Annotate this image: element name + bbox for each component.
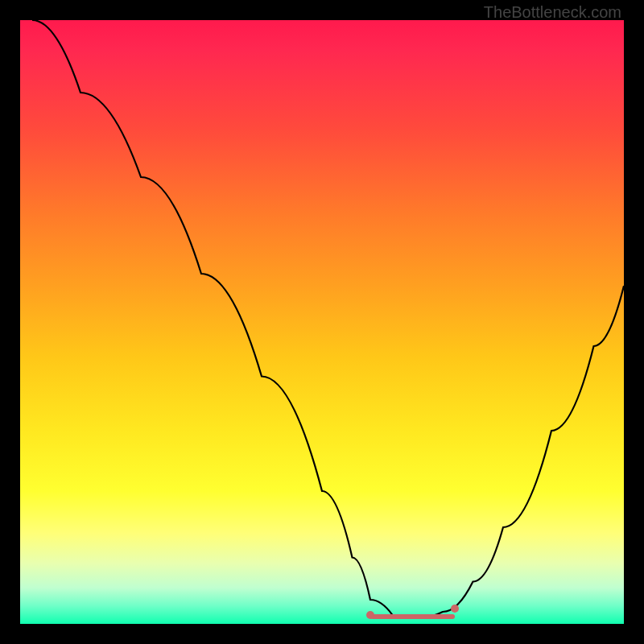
optimal-endpoint-dot <box>366 611 374 619</box>
watermark-text: TheBottleneck.com <box>484 3 621 22</box>
bottleneck-curve <box>20 20 624 624</box>
chart-plot-area <box>20 20 624 624</box>
optimal-range-band <box>370 614 455 619</box>
